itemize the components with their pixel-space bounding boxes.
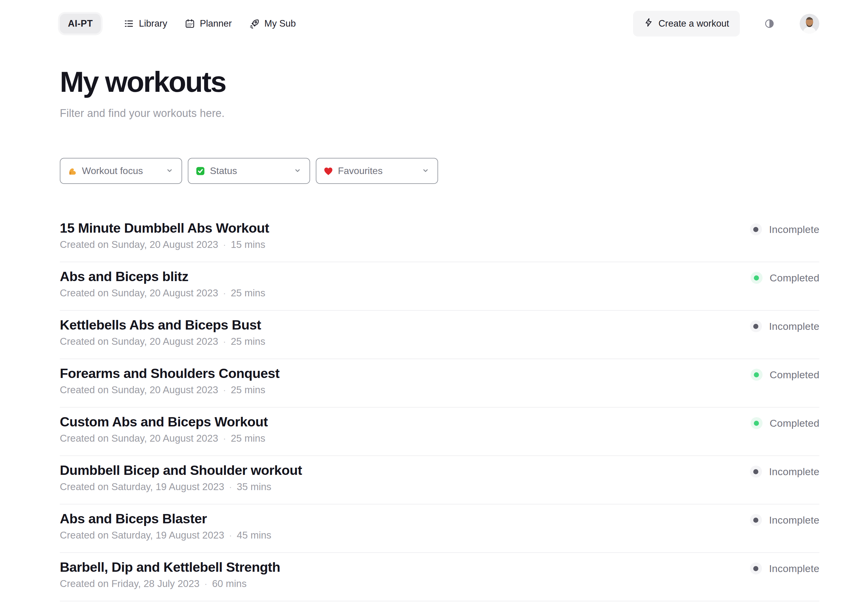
workout-info: Dumbbell Bicep and Shoulder workout Crea…	[60, 462, 302, 493]
workout-row[interactable]: Dumbbell Bicep and Shoulder workout Crea…	[60, 456, 819, 504]
workout-created: Created on Sunday, 20 August 2023	[60, 287, 218, 299]
filter-favourites[interactable]: Favourites	[316, 158, 438, 184]
workout-duration: 60 mins	[212, 577, 247, 590]
status-label: Incomplete	[769, 321, 819, 332]
nav-item-label: My Sub	[264, 18, 296, 29]
chevron-down-icon	[293, 166, 302, 176]
user-avatar[interactable]	[800, 14, 819, 33]
status-badge: Completed	[751, 369, 819, 381]
workout-title: Barbell, Dip and Kettlebell Strength	[60, 559, 280, 576]
workout-meta: Created on Sunday, 20 August 2023 · 25 m…	[60, 335, 265, 348]
heart-icon	[323, 166, 334, 176]
filter-workout-focus[interactable]: Workout focus	[60, 158, 182, 184]
workout-title: Abs and Biceps Blaster	[60, 511, 271, 527]
status-label: Completed	[770, 369, 819, 381]
workout-duration: 25 mins	[231, 287, 266, 299]
nav-item-label: Planner	[200, 18, 232, 29]
workout-row[interactable]: 15 Minute Dumbbell Abs Workout Created o…	[60, 214, 819, 262]
status-dot	[750, 563, 762, 574]
status-badge: Incomplete	[750, 223, 819, 235]
status-label: Completed	[770, 418, 819, 429]
workout-created: Created on Sunday, 20 August 2023	[60, 432, 218, 445]
workout-info: Abs and Biceps Blaster Created on Saturd…	[60, 511, 271, 542]
workout-info: 15 Minute Dumbbell Abs Workout Created o…	[60, 220, 269, 251]
nav-right: Create a workout	[633, 11, 819, 36]
filter-label: Favourites	[338, 165, 382, 176]
status-badge: Completed	[751, 417, 819, 429]
status-dot	[750, 320, 762, 332]
status-dot	[750, 514, 762, 526]
workout-info: Custom Abs and Biceps Workout Created on…	[60, 413, 268, 445]
workout-duration: 25 mins	[231, 432, 266, 445]
check-icon	[195, 166, 206, 176]
status-label: Incomplete	[769, 563, 819, 574]
workout-title: Dumbbell Bicep and Shoulder workout	[60, 462, 302, 479]
workout-title: 15 Minute Dumbbell Abs Workout	[60, 220, 269, 237]
status-label: Incomplete	[769, 514, 819, 526]
my-workouts-page: AI-PT Library	[0, 11, 866, 601]
filter-status[interactable]: Status	[188, 158, 310, 184]
status-dot	[750, 465, 762, 478]
status-label: Incomplete	[769, 466, 819, 478]
nav-items: Library Planner	[124, 18, 296, 29]
workout-row[interactable]: Kettlebells Abs and Biceps Bust Created …	[60, 311, 819, 359]
workout-row[interactable]: Abs and Biceps Blaster Created on Saturd…	[60, 504, 819, 553]
status-badge: Completed	[751, 272, 819, 284]
workout-created: Created on Sunday, 20 August 2023	[60, 335, 218, 348]
workout-title: Abs and Biceps blitz	[60, 268, 265, 285]
workout-title: Custom Abs and Biceps Workout	[60, 413, 268, 430]
workout-row[interactable]: Custom Abs and Biceps Workout Created on…	[60, 408, 819, 456]
workout-duration: 25 mins	[231, 383, 266, 396]
workout-duration: 35 mins	[237, 481, 272, 493]
workout-title: Kettlebells Abs and Biceps Bust	[60, 317, 265, 333]
status-dot	[751, 272, 762, 284]
chevron-down-icon	[421, 166, 430, 176]
contrast-icon[interactable]	[764, 19, 775, 29]
workout-meta: Created on Friday, 28 July 2023 · 60 min…	[60, 577, 280, 590]
workout-meta: Created on Saturday, 19 August 2023 · 45…	[60, 529, 271, 542]
nav-item-label: Library	[139, 18, 167, 29]
filter-label: Status	[210, 165, 237, 176]
workout-info: Forearms and Shoulders Conquest Created …	[60, 365, 280, 396]
workout-row[interactable]: Abs and Biceps blitz Created on Sunday, …	[60, 262, 819, 311]
nav-item-planner[interactable]: Planner	[184, 18, 232, 29]
top-nav: AI-PT Library	[60, 11, 819, 36]
meta-separator: ·	[204, 577, 207, 590]
workout-meta: Created on Sunday, 20 August 2023 · 25 m…	[60, 287, 265, 299]
status-label: Incomplete	[769, 224, 819, 235]
status-dot	[751, 417, 762, 429]
chevron-down-icon	[165, 166, 174, 176]
status-label: Completed	[770, 272, 819, 284]
workout-info: Kettlebells Abs and Biceps Bust Created …	[60, 317, 265, 348]
workout-meta: Created on Sunday, 20 August 2023 · 15 m…	[60, 238, 269, 251]
workout-row[interactable]: Forearms and Shoulders Conquest Created …	[60, 359, 819, 408]
status-badge: Incomplete	[750, 514, 819, 526]
create-workout-button[interactable]: Create a workout	[633, 11, 740, 36]
meta-separator: ·	[223, 335, 226, 348]
meta-separator: ·	[223, 287, 226, 299]
workout-info: Abs and Biceps blitz Created on Sunday, …	[60, 268, 265, 299]
workout-duration: 15 mins	[231, 238, 266, 251]
create-workout-label: Create a workout	[659, 18, 729, 29]
nav-item-library[interactable]: Library	[124, 18, 167, 29]
meta-separator: ·	[223, 238, 226, 251]
workout-created: Created on Saturday, 19 August 2023	[60, 529, 224, 542]
workout-info: Barbell, Dip and Kettlebell Strength Cre…	[60, 559, 280, 590]
status-badge: Incomplete	[750, 320, 819, 332]
workout-created: Created on Sunday, 20 August 2023	[60, 238, 218, 251]
rocket-icon	[249, 18, 260, 29]
workout-list: 15 Minute Dumbbell Abs Workout Created o…	[60, 214, 819, 601]
status-dot	[750, 223, 762, 235]
biceps-icon	[67, 166, 78, 176]
meta-separator: ·	[229, 529, 232, 542]
calendar-icon	[184, 18, 195, 29]
workout-meta: Created on Sunday, 20 August 2023 · 25 m…	[60, 432, 268, 445]
app-logo[interactable]: AI-PT	[60, 14, 101, 33]
workout-meta: Created on Saturday, 19 August 2023 · 35…	[60, 481, 302, 493]
status-dot	[751, 369, 762, 381]
nav-item-my-sub[interactable]: My Sub	[249, 18, 296, 29]
workout-duration: 25 mins	[231, 335, 266, 348]
meta-separator: ·	[223, 432, 226, 445]
workout-row[interactable]: Barbell, Dip and Kettlebell Strength Cre…	[60, 553, 819, 601]
workout-created: Created on Sunday, 20 August 2023	[60, 383, 218, 396]
